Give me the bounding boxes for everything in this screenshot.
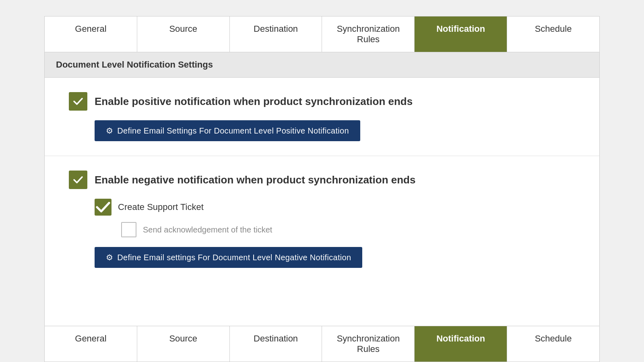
send-acknowledgement-checkbox[interactable] [121, 222, 136, 237]
define-positive-button-label: Define Email Settings For Document Level… [117, 126, 349, 136]
tab-destination[interactable]: Destination [230, 326, 322, 362]
content-area: Document Level Notification Settings Ena… [44, 52, 600, 326]
define-negative-email-button[interactable]: ⚙ Define Email settings For Document Lev… [95, 247, 362, 268]
negative-notification-block: Enable negative notification when produc… [45, 156, 599, 298]
negative-checkbox[interactable] [69, 171, 87, 189]
define-positive-email-button[interactable]: ⚙ Define Email Settings For Document Lev… [95, 120, 360, 141]
positive-checkbox[interactable] [69, 92, 87, 111]
tab-source[interactable]: Source [137, 16, 230, 52]
create-ticket-checkbox[interactable] [95, 199, 111, 216]
send-acknowledgement-label: Send acknowledgement of the ticket [143, 225, 272, 234]
section-header-text: Document Level Notification Settings [56, 60, 213, 70]
negative-check-icon [72, 174, 84, 185]
tab-notification[interactable]: Notification [415, 16, 507, 52]
tab-general[interactable]: General [45, 16, 137, 52]
create-ticket-row: Create Support Ticket [95, 199, 575, 216]
page-wrapper: GeneralSourceDestinationSynchronization … [0, 8, 644, 362]
gear-icon-positive: ⚙ [106, 126, 113, 136]
positive-check-icon [72, 96, 84, 107]
top-tab-bar: GeneralSourceDestinationSynchronization … [44, 16, 600, 52]
tab-sync-rules[interactable]: Synchronization Rules [322, 16, 415, 52]
tab-sync-rules[interactable]: Synchronization Rules [322, 326, 415, 362]
negative-notification-label: Enable negative notification when produc… [95, 174, 415, 186]
positive-notification-label: Enable positive notification when produc… [95, 95, 413, 108]
create-ticket-label: Create Support Ticket [118, 202, 204, 212]
tab-source[interactable]: Source [137, 326, 230, 362]
tab-destination[interactable]: Destination [230, 16, 322, 52]
positive-notification-block: Enable positive notification when produc… [45, 78, 599, 156]
create-ticket-check-icon [95, 199, 111, 216]
bottom-tab-bar: GeneralSourceDestinationSynchronization … [44, 326, 600, 362]
bottom-spacer [69, 268, 575, 284]
positive-checkbox-row: Enable positive notification when produc… [69, 92, 575, 111]
define-negative-button-label: Define Email settings For Document Level… [117, 253, 351, 262]
tab-schedule[interactable]: Schedule [507, 16, 599, 52]
negative-checkbox-row: Enable negative notification when produc… [69, 171, 575, 189]
tab-schedule[interactable]: Schedule [507, 326, 599, 362]
tab-notification[interactable]: Notification [415, 326, 507, 362]
gear-icon-negative: ⚙ [106, 253, 113, 262]
section-header: Document Level Notification Settings [45, 52, 599, 78]
send-acknowledgement-row: Send acknowledgement of the ticket [121, 222, 575, 237]
tab-general[interactable]: General [45, 326, 137, 362]
